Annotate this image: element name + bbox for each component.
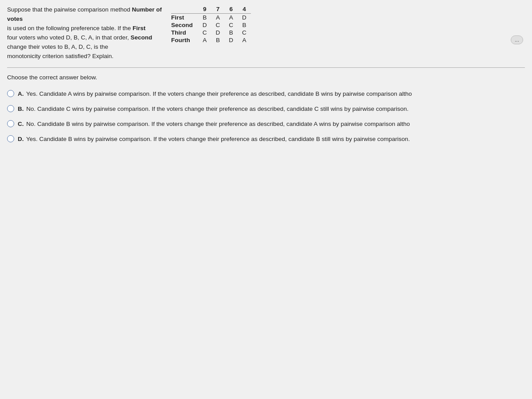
table-col-7: 7 <box>211 5 225 14</box>
first-v3: A <box>224 14 238 22</box>
preference-table: 9 7 6 4 First B A A D Second D C <box>171 5 251 44</box>
question-section: Suppose that the pairwise comparison met… <box>7 5 525 68</box>
question-text: Suppose that the pairwise comparison met… <box>7 5 171 61</box>
table-row-first: First B A A D <box>171 14 251 22</box>
radio-b[interactable] <box>7 105 14 112</box>
option-a-label: A. <box>18 90 24 97</box>
radio-c[interactable] <box>7 120 14 127</box>
option-a[interactable]: A. Yes. Candidate A wins by pairwise com… <box>7 90 525 98</box>
option-b[interactable]: B. No. Candidate C wins by pairwise comp… <box>7 105 525 113</box>
second-v3: C <box>224 21 238 29</box>
row-label-fourth: Fourth <box>171 36 198 44</box>
row-label-second: Second <box>171 21 198 29</box>
first-v1: B <box>198 14 211 22</box>
first-v2: A <box>211 14 225 22</box>
radio-d[interactable] <box>7 135 14 142</box>
option-d[interactable]: D. Yes. Candidate B wins by pairwise com… <box>7 135 525 144</box>
option-c-text: C. No. Candidate B wins by pairwise comp… <box>18 120 410 129</box>
fourth-v3: D <box>224 36 238 44</box>
option-a-text: A. Yes. Candidate A wins by pairwise com… <box>18 90 412 98</box>
second-v4: B <box>238 21 251 29</box>
option-a-content: Yes. Candidate A wins by pairwise compar… <box>26 90 412 97</box>
table-col-6: 6 <box>224 5 238 14</box>
question-line3-part: four voters who voted D, B, C, A, in tha… <box>7 34 130 41</box>
main-container: Suppose that the pairwise comparison met… <box>0 0 532 399</box>
option-c-content: No. Candidate B wins by pairwise compari… <box>26 121 410 127</box>
table-row-second: Second D C C B <box>171 21 251 29</box>
table-col-9: 9 <box>198 5 211 14</box>
second-label: Second <box>130 34 152 41</box>
third-v4: C <box>238 29 251 36</box>
question-line2-part: is used on the following preference tabl… <box>7 25 133 31</box>
row-label-first: First <box>171 14 198 22</box>
table-row-fourth: Fourth A B D A <box>171 36 251 44</box>
option-b-content: No. Candidate C wins by pairwise compari… <box>26 106 408 112</box>
third-v1: C <box>198 29 211 36</box>
question-line1: Suppose that the pairwise comparison met… <box>7 6 130 13</box>
option-b-label: B. <box>18 106 24 112</box>
question-line5: monotonicity criterion satisfied? Explai… <box>7 53 113 59</box>
option-d-label: D. <box>18 136 24 142</box>
question-line4: change their votes to B, A, D, C, is the <box>7 43 108 50</box>
option-d-content: Yes. Candidate B wins by pairwise compar… <box>26 136 410 142</box>
choose-answer-text: Choose the correct answer below. <box>7 74 525 81</box>
answer-options: A. Yes. Candidate A wins by pairwise com… <box>7 90 525 144</box>
option-c-label: C. <box>18 121 24 127</box>
option-d-text: D. Yes. Candidate B wins by pairwise com… <box>18 135 410 144</box>
row-label-third: Third <box>171 29 198 36</box>
option-b-text: B. No. Candidate C wins by pairwise comp… <box>18 105 408 113</box>
third-v3: B <box>224 29 238 36</box>
first-v4: D <box>238 14 251 22</box>
radio-a[interactable] <box>7 90 14 97</box>
table-row-header-blank <box>171 5 198 14</box>
fourth-v2: B <box>211 36 225 44</box>
second-v1: D <box>198 21 211 29</box>
third-v2: D <box>211 29 225 36</box>
fourth-v4: A <box>238 36 251 44</box>
expand-button[interactable]: ... <box>511 35 523 44</box>
fourth-v1: A <box>198 36 211 44</box>
option-c[interactable]: C. No. Candidate B wins by pairwise comp… <box>7 120 525 129</box>
second-v2: C <box>211 21 225 29</box>
table-col-4: 4 <box>238 5 251 14</box>
table-row-third: Third C D B C <box>171 29 251 36</box>
first-label: First <box>133 25 145 31</box>
